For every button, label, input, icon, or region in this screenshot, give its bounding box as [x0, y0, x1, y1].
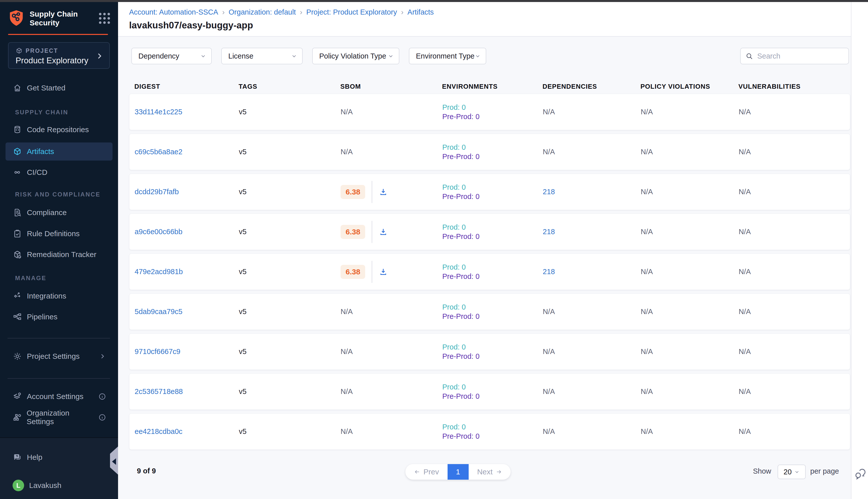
digest-link[interactable]: ee4218cdba0c [135, 427, 182, 436]
chevron-right-icon [95, 51, 104, 61]
env-prod: Prod: 0 [442, 183, 543, 192]
info-icon[interactable] [98, 393, 106, 400]
row-count: 9 of 9 [137, 467, 156, 475]
dependencies-link[interactable]: 218 [543, 228, 555, 236]
product-title: Supply ChainSecurity [30, 10, 78, 27]
search-input[interactable] [757, 52, 844, 61]
table-row[interactable]: 5dab9caa79c5 v5 N/A Prod: 0 Pre-Prod: 0 … [129, 293, 850, 330]
policy-violations-value: N/A [641, 387, 739, 396]
sidebar-item-label: Artifacts [27, 147, 54, 156]
table-row[interactable]: dcdd29b7fafb v5 6.38 Prod: 0 Pre-Prod: 0… [129, 174, 850, 210]
sbom-score-badge: 6.38 [340, 265, 365, 279]
sbom-download-icon[interactable] [379, 267, 388, 276]
sidebar-item-artifacts[interactable]: Artifacts [5, 143, 112, 160]
vulnerabilities-value: N/A [739, 307, 850, 316]
prev-page-button[interactable]: Prev [405, 464, 448, 480]
sidebar-user[interactable]: L Lavakush [5, 476, 112, 495]
current-page-button[interactable]: 1 [448, 464, 469, 480]
box-wrench-icon [13, 250, 22, 259]
digest-link[interactable]: dcdd29b7fafb [135, 188, 179, 196]
sidebar-item-label: Compliance [27, 208, 66, 217]
sidebar-item-account-settings[interactable]: Account Settings [5, 387, 112, 405]
environments-cell: Prod: 0 Pre-Prod: 0 [442, 422, 543, 441]
chevron-down-icon [475, 53, 481, 59]
policy-violations-value: N/A [641, 188, 739, 196]
module-grid-icon[interactable] [99, 13, 110, 24]
sidebar-item-code-repositories[interactable]: Code Repositories [5, 121, 112, 139]
vulnerabilities-value: N/A [739, 348, 850, 356]
chat-bubbles-icon[interactable] [853, 467, 867, 480]
sidebar-item-project-settings[interactable]: Project Settings [5, 347, 112, 365]
sidebar-item-label: Organization Settings [27, 409, 94, 426]
column-header-policy-violations: POLICY VIOLATIONS [641, 83, 739, 90]
table-row[interactable]: a9c6e00c66bb v5 6.38 Prod: 0 Pre-Prod: 0… [129, 214, 850, 250]
filter-label: License [228, 52, 253, 60]
column-header-digest: DIGEST [134, 83, 239, 90]
sidebar-item-organization-settings[interactable]: Organization Settings [5, 408, 112, 426]
digest-link[interactable]: 5dab9caa79c5 [135, 307, 182, 316]
digest-link[interactable]: 9710cf6667c9 [135, 348, 180, 355]
env-preprod: Pre-Prod: 0 [442, 192, 543, 201]
tag-value: v5 [239, 307, 340, 316]
table-row[interactable]: ee4218cdba0c v5 N/A Prod: 0 Pre-Prod: 0 … [129, 413, 850, 450]
sidebar-item-get-started[interactable]: Get Started [5, 79, 112, 97]
filter-environment-type[interactable]: Environment Type [409, 48, 486, 64]
breadcrumb-artifacts[interactable]: Artifacts [407, 8, 434, 16]
env-prod: Prod: 0 [442, 422, 543, 432]
sidebar-item-label: Project Settings [27, 352, 79, 361]
breadcrumb-organization[interactable]: Organization: default [228, 8, 296, 16]
env-prod: Prod: 0 [442, 263, 543, 272]
section-label-risk: RISK AND COMPLIANCE [15, 191, 100, 198]
env-preprod: Pre-Prod: 0 [442, 312, 543, 321]
digest-link[interactable]: 2c5365718e88 [135, 387, 183, 395]
sidebar-item-integrations[interactable]: Integrations [5, 287, 112, 305]
main-content: Dependency License Policy Violation Type… [118, 37, 851, 499]
digest-link[interactable]: c69c5b6a8ae2 [135, 148, 182, 156]
sidebar-item-compliance[interactable]: Compliance [5, 204, 112, 222]
table-row[interactable]: 9710cf6667c9 v5 N/A Prod: 0 Pre-Prod: 0 … [129, 333, 850, 370]
table-row[interactable]: c69c5b6a8ae2 v5 N/A Prod: 0 Pre-Prod: 0 … [129, 134, 850, 170]
sbom-download-icon[interactable] [379, 187, 388, 196]
project-selector[interactable]: PROJECT Product Exploratory [8, 42, 110, 69]
prev-label: Prev [423, 467, 439, 476]
table-row[interactable]: 479e2acd981b v5 6.38 Prod: 0 Pre-Prod: 0… [129, 254, 850, 290]
next-page-button[interactable]: Next [469, 464, 511, 480]
filter-policy-violation-type[interactable]: Policy Violation Type [312, 48, 399, 64]
filter-license[interactable]: License [221, 48, 303, 64]
sidebar-item-label: Integrations [27, 292, 66, 300]
sidebar-item-label: Remediation Tracker [27, 250, 97, 259]
sbom-na: N/A [340, 348, 352, 355]
vulnerabilities-value: N/A [739, 188, 850, 196]
breadcrumb-account[interactable]: Account: Automation-SSCA [129, 8, 218, 16]
filter-dependency[interactable]: Dependency [131, 48, 212, 64]
sidebar-item-cicd[interactable]: CI/CD [5, 163, 112, 181]
help-chat-icon [13, 453, 22, 462]
sbom-download-icon[interactable] [379, 227, 388, 236]
arrow-left-icon [414, 468, 420, 475]
digest-link[interactable]: 33d114e1c225 [135, 108, 182, 116]
table-row[interactable]: 33d114e1c225 v5 N/A Prod: 0 Pre-Prod: 0 … [129, 94, 850, 130]
page-size-select[interactable]: 20 [778, 465, 806, 479]
sidebar-item-pipelines[interactable]: Pipelines [5, 308, 112, 326]
policy-violations-value: N/A [641, 228, 739, 236]
chevron-right-icon: › [222, 8, 225, 16]
tag-value: v5 [239, 387, 340, 396]
environments-cell: Prod: 0 Pre-Prod: 0 [442, 223, 543, 241]
dependencies-link[interactable]: 218 [543, 188, 555, 196]
environments-cell: Prod: 0 Pre-Prod: 0 [442, 382, 543, 401]
sidebar-item-label: Get Started [27, 84, 65, 92]
sbom-score-badge: 6.38 [340, 225, 365, 239]
breadcrumb: Account: Automation-SSCA › Organization:… [129, 8, 434, 16]
info-icon[interactable] [98, 414, 106, 421]
digest-link[interactable]: a9c6e00c66bb [135, 228, 182, 236]
sidebar-item-rule-definitions[interactable]: Rule Definitions [5, 224, 112, 243]
digest-link[interactable]: 479e2acd981b [135, 268, 183, 276]
sidebar-item-help[interactable]: Help [5, 448, 112, 466]
breadcrumb-project[interactable]: Project: Product Exploratory [307, 8, 397, 16]
dependencies-link[interactable]: 218 [543, 268, 555, 276]
env-preprod: Pre-Prod: 0 [442, 112, 543, 121]
tag-value: v5 [239, 427, 340, 436]
sidebar-item-remediation-tracker[interactable]: Remediation Tracker [5, 245, 112, 264]
integrations-icon [13, 291, 22, 301]
table-row[interactable]: 2c5365718e88 v5 N/A Prod: 0 Pre-Prod: 0 … [129, 373, 850, 410]
